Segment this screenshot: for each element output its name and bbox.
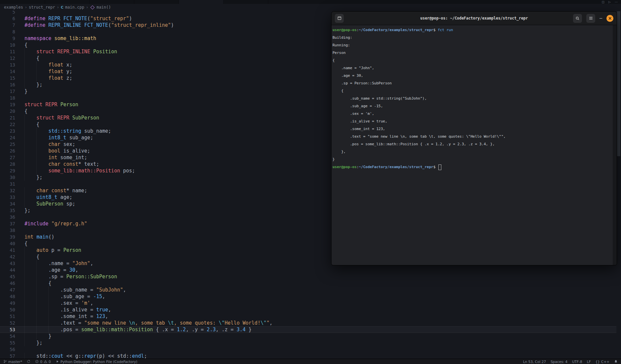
code-line[interactable]: 52.text = "some new line \n, some tab \t… [0,320,616,326]
line-number[interactable]: 48 [0,293,15,300]
code-line[interactable]: 55}; [0,340,616,346]
line-number[interactable]: 24 [0,134,15,141]
language-mode[interactable]: {} C++ [596,360,609,364]
more-actions-icon[interactable]: ⋯ [615,0,618,4]
line-number[interactable]: 18 [0,95,15,101]
line-number[interactable]: 10 [0,42,15,48]
code-line[interactable]: 50.is_alive = true, [0,306,616,313]
code-line[interactable]: 48.sub_age = -15, [0,293,616,300]
terminal-scrollbar[interactable] [613,25,617,265]
terminal-body[interactable]: user@pop-os:~/CodeFactory/examples/struc… [332,25,613,265]
code-line[interactable]: 53.pos = some_lib::math::Position { .x =… [0,326,616,333]
line-number[interactable]: 5 [0,11,15,15]
git-branch[interactable]: master* [3,360,22,364]
code-line[interactable]: 45.sp = Person::SubPerson [0,273,616,280]
line-number[interactable]: 12 [0,55,15,62]
indent-guide [24,333,36,340]
terminal-line: .sub_name = std::string("SubJohn"), [333,95,613,102]
problems[interactable]: 0 0 [35,360,51,364]
search-button[interactable] [573,14,582,23]
sync-button[interactable] [27,360,30,363]
code-line[interactable]: 54} [0,333,616,340]
line-number[interactable]: 20 [0,108,15,114]
line-number[interactable]: 32 [0,187,15,194]
line-number[interactable]: 34 [0,201,15,207]
line-number[interactable]: 35 [0,207,15,214]
line-number[interactable]: 33 [0,194,15,201]
line-number[interactable]: 23 [0,128,15,134]
code-line[interactable]: 47.sub_name = "SubJohn", [0,287,616,293]
code-line[interactable]: 49.sex = 'm', [0,300,616,306]
line-number[interactable]: 30 [0,174,15,181]
indentation[interactable]: Spaces: 4 [551,360,567,364]
line-number[interactable]: 37 [0,220,15,227]
line-number[interactable]: 52 [0,320,15,326]
line-number[interactable]: 6 [0,15,15,22]
indent-guide [36,128,48,134]
line-number[interactable]: 41 [0,247,15,253]
line-number[interactable]: 27 [0,154,15,161]
line-number[interactable]: 42 [0,253,15,260]
line-number[interactable]: 40 [0,240,15,247]
tab-divider [268,0,268,4]
new-tab-button[interactable] [335,14,344,23]
code-line[interactable]: 44.age = 30, [0,267,616,273]
line-number[interactable]: 25 [0,141,15,148]
cursor-position[interactable]: Ln 53, Col 27 [523,360,546,364]
line-number[interactable]: 8 [0,28,15,35]
terminal-titlebar[interactable]: user@pop-os: ~/CodeFactory/examples/stru… [332,12,617,25]
eol[interactable]: LF [587,360,591,364]
editor-scrollbar[interactable] [616,11,621,359]
breadcrumb-item-examples[interactable]: examples [4,5,23,10]
line-number[interactable]: 49 [0,300,15,306]
minimize-button[interactable]: ─ [599,16,602,21]
line-number[interactable]: 22 [0,121,15,128]
line-number[interactable]: 28 [0,161,15,167]
code-line[interactable]: 51.some_int = 123, [0,313,616,320]
code-line[interactable]: 56 [0,346,616,353]
breadcrumb-item-struct-repr[interactable]: struct_repr [29,5,55,10]
line-number[interactable]: 47 [0,287,15,293]
line-number[interactable]: 14 [0,68,15,75]
split-editor-icon[interactable]: ◫ [602,0,605,4]
line-number[interactable]: 7 [0,22,15,28]
line-number[interactable]: 54 [0,333,15,340]
debug-config[interactable]: Python Debugger: Python File (CodeFactor… [56,360,137,364]
line-number[interactable]: 21 [0,114,15,121]
line-number[interactable]: 19 [0,101,15,108]
line-number[interactable]: 36 [0,214,15,220]
run-icon[interactable]: ▷ [608,0,611,4]
indent-guide [24,148,36,154]
breadcrumb-item-main-cpp[interactable]: main.cpp [65,5,84,10]
line-number[interactable]: 29 [0,167,15,174]
line-number[interactable]: 44 [0,267,15,273]
menu-button[interactable] [586,14,595,23]
line-number[interactable]: 45 [0,273,15,280]
breadcrumb-item-main-fn[interactable]: main() [97,5,111,10]
line-number[interactable]: 43 [0,260,15,267]
line-number[interactable]: 26 [0,148,15,154]
line-number[interactable]: 51 [0,313,15,320]
code-line[interactable]: 57std::cout << g::repr(p) << std::endl; [0,353,616,359]
line-number[interactable]: 9 [0,35,15,42]
line-number[interactable]: 31 [0,181,15,187]
line-number[interactable]: 17 [0,88,15,95]
line-number[interactable]: 11 [0,48,15,55]
line-number[interactable]: 38 [0,227,15,234]
code-line[interactable]: 46{ [0,280,616,287]
close-button[interactable]: × [606,15,613,22]
line-number[interactable]: 55 [0,340,15,346]
active-tab[interactable] [179,0,223,4]
line-number[interactable]: 39 [0,234,15,240]
encoding[interactable]: UTF-8 [572,360,582,364]
line-number[interactable]: 46 [0,280,15,287]
line-number[interactable]: 15 [0,75,15,81]
line-number[interactable]: 56 [0,346,15,353]
notifications-bell[interactable] [614,360,618,363]
line-number[interactable]: 13 [0,62,15,68]
line-number[interactable]: 50 [0,306,15,313]
line-number[interactable]: 16 [0,81,15,88]
scrollbar-thumb[interactable] [617,11,620,156]
line-number[interactable]: 53 [0,326,15,333]
line-number[interactable]: 57 [0,353,15,359]
